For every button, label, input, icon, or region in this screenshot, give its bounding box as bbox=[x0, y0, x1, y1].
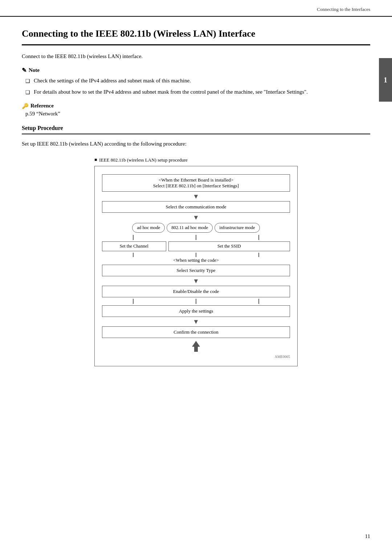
vl-ch-left bbox=[133, 253, 134, 257]
arrow-1: ▼ bbox=[102, 193, 290, 200]
page-number: 11 bbox=[365, 533, 370, 539]
mode-80211adhoc: 802.11 ad hoc mode bbox=[167, 223, 213, 233]
v-line-right bbox=[258, 235, 259, 240]
channel-ssid-row: Set the Channel Set the SSID bbox=[102, 241, 290, 251]
setup-intro-text: Set up IEEE 802.11b (wireless LAN) accor… bbox=[22, 141, 370, 147]
note-text-2: For details about how to set the IPv4 ad… bbox=[34, 88, 308, 96]
mode-adhoc: ad hoc mode bbox=[132, 223, 165, 233]
arrow-polygon bbox=[192, 341, 200, 352]
apply-settings-box: Apply the settings bbox=[102, 305, 290, 317]
arrow-col-left bbox=[102, 235, 165, 240]
v-line-mid bbox=[196, 235, 196, 240]
reference-text: p.59 “Network” bbox=[22, 111, 370, 117]
arrow-3: ▼ bbox=[102, 278, 290, 284]
ethernet-line2: Select [IEEE 802.11b] on [Interface Sett… bbox=[106, 183, 286, 189]
setup-procedure-heading: Setup Procedure bbox=[22, 125, 370, 134]
diagram-title: IEEE 802.11b (wireless LAN) setup proced… bbox=[94, 157, 298, 163]
side-tab-number: 1 bbox=[384, 76, 387, 84]
top-header: Connecting to the Interfaces bbox=[0, 0, 392, 17]
reference-title: 🔑 Reference bbox=[22, 103, 370, 109]
arrow-col-right bbox=[227, 235, 290, 240]
select-comm-mode-box: Select the communication mode bbox=[102, 201, 290, 213]
enable-disable-box: Enable/Disable the code bbox=[102, 286, 290, 297]
confirm-connection-box: Confirm the connection bbox=[102, 326, 290, 338]
header-text: Connecting to the Interfaces bbox=[317, 7, 370, 12]
checkbox-icon-2: ❑ bbox=[25, 89, 30, 96]
note-item-2: ❑ For details about how to set the IPv4 … bbox=[22, 88, 370, 96]
note-item-1: ❑ Check the settings of the IPv4 address… bbox=[22, 77, 370, 85]
note-text-1: Check the settings of the IPv4 address a… bbox=[34, 77, 191, 85]
page-container: Connecting to the Interfaces 1 Connectin… bbox=[0, 0, 392, 554]
mode-row: ad hoc mode 802.11 ad hoc mode infrastru… bbox=[102, 223, 290, 233]
ethernet-line1: <When the Ethernet Board is installed> bbox=[106, 177, 286, 183]
arrow-large-svg bbox=[191, 339, 201, 353]
note-title: ✎ Note bbox=[22, 67, 370, 74]
reference-label: Reference bbox=[30, 103, 54, 109]
note-icon: ✎ bbox=[22, 67, 26, 74]
checkbox-icon-1: ❑ bbox=[25, 77, 30, 85]
arrow-4: ▼ bbox=[102, 318, 290, 325]
mode-infrastructure: infrastructure mode bbox=[215, 223, 260, 233]
note-section: ✎ Note ❑ Check the settings of the IPv4 … bbox=[22, 67, 370, 96]
v-line-left bbox=[133, 235, 134, 240]
set-channel-box: Set the Channel bbox=[102, 241, 166, 251]
arrow-ch-left bbox=[102, 253, 165, 257]
diagram-container: IEEE 802.11b (wireless LAN) setup proced… bbox=[94, 157, 298, 366]
key-icon: 🔑 bbox=[22, 103, 29, 109]
when-setting-label: <When setting the code> bbox=[102, 258, 290, 263]
merge-right bbox=[227, 299, 290, 304]
intro-text: Connect to the IEEE 802.11b (wireless LA… bbox=[22, 53, 370, 60]
vl-merge-mid bbox=[196, 299, 196, 304]
arrow-large bbox=[102, 339, 290, 353]
vl-ch-right bbox=[258, 253, 259, 257]
chapter-title: Connecting to the IEEE 802.11b (Wireless… bbox=[22, 28, 370, 45]
arrow-2: ▼ bbox=[102, 214, 290, 221]
set-ssid-box: Set the SSID bbox=[168, 241, 290, 251]
reference-section: 🔑 Reference p.59 “Network” bbox=[22, 103, 370, 117]
ame-code: AME0065 bbox=[102, 355, 290, 359]
arrow-ch-right bbox=[227, 253, 290, 257]
vl-merge-left bbox=[133, 299, 134, 304]
select-security-box: Select Security Type bbox=[102, 265, 290, 276]
ethernet-board-box: <When the Ethernet Board is installed> S… bbox=[102, 174, 290, 192]
diagram-box: <When the Ethernet Board is installed> S… bbox=[94, 166, 298, 366]
three-arrows-row bbox=[102, 235, 290, 240]
side-tab: 1 bbox=[379, 58, 392, 102]
merge-mid bbox=[165, 299, 228, 304]
arrow-col-mid bbox=[165, 235, 228, 240]
arrow-ch-mid bbox=[165, 253, 228, 257]
arrows-below-channel bbox=[102, 253, 290, 257]
main-content: Connecting to the IEEE 802.11b (Wireless… bbox=[0, 17, 392, 388]
vl-ch-mid bbox=[196, 253, 196, 257]
merge-arrows-row bbox=[102, 299, 290, 304]
merge-left bbox=[102, 299, 165, 304]
note-label: Note bbox=[29, 67, 40, 73]
vl-merge-right bbox=[258, 299, 259, 304]
